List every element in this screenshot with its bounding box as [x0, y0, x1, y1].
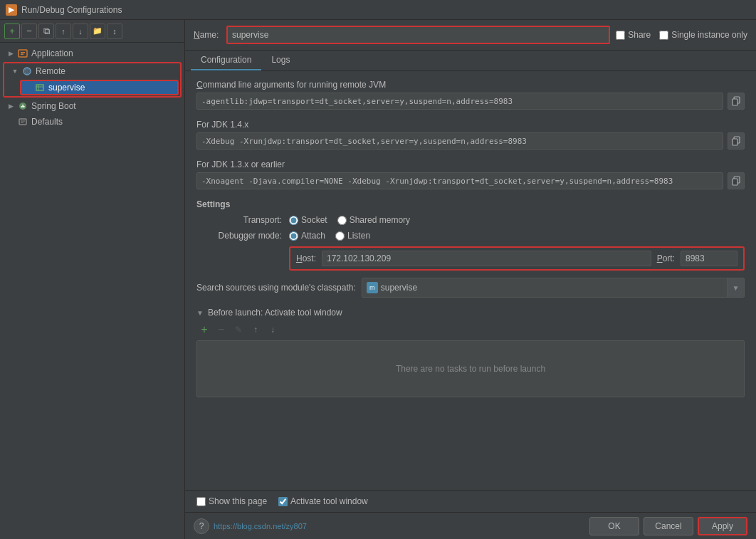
sidebar-item-remote[interactable]: ▼ Remote	[4, 63, 180, 79]
share-checkbox-label[interactable]: Share	[616, 30, 651, 40]
before-launch-add-button[interactable]: +	[196, 322, 212, 337]
classpath-row: Search sources using module's classpath:…	[196, 278, 745, 298]
tab-configuration[interactable]: Configuration	[191, 51, 261, 70]
activate-checkbox-label[interactable]: Activate tool window	[278, 496, 368, 506]
transport-sharedmem-label[interactable]: Shared memory	[337, 215, 410, 225]
name-input[interactable]	[226, 26, 610, 44]
jvm-args-label: Command line arguments for running remot…	[196, 80, 745, 90]
svg-rect-0	[19, 50, 27, 57]
svg-rect-19	[733, 179, 737, 185]
before-launch-edit-button[interactable]: ✎	[231, 322, 246, 337]
mode-attach-text: Attach	[301, 231, 325, 241]
single-instance-label[interactable]: Single instance only	[659, 30, 747, 40]
svg-marker-6	[36, 85, 43, 90]
no-tasks-message: There are no tasks to run before launch	[396, 364, 545, 374]
before-launch-up-button[interactable]: ↑	[248, 322, 263, 337]
ok-button[interactable]: OK	[589, 517, 639, 535]
dialog-title: Run/Debug Configurations	[21, 5, 122, 15]
mode-listen-text: Listen	[347, 231, 370, 241]
jdk13-label: For JDK 1.3.x or earlier	[196, 159, 745, 169]
mode-listen-radio[interactable]	[335, 231, 345, 241]
jvm-args-copy-button[interactable]	[728, 93, 745, 110]
move-up-button[interactable]: ↑	[56, 23, 71, 39]
show-page-checkbox-label[interactable]: Show this page	[196, 496, 267, 506]
help-link[interactable]: https://blog.csdn.net/zy807	[214, 522, 585, 530]
share-checkbox[interactable]	[616, 31, 625, 40]
port-input[interactable]	[681, 251, 737, 266]
svg-rect-15	[733, 99, 737, 105]
jdk13-row	[196, 172, 745, 189]
before-launch-area: There are no tasks to run before launch	[196, 340, 745, 397]
add-config-button[interactable]: +	[4, 23, 20, 39]
host-port-row: Host: Port:	[289, 246, 745, 271]
application-icon	[17, 48, 28, 59]
tab-logs[interactable]: Logs	[261, 51, 300, 70]
transport-label: Transport:	[196, 215, 289, 225]
name-field-label: Name:	[194, 30, 221, 40]
jvm-args-row	[196, 93, 745, 110]
svg-rect-11	[19, 119, 26, 125]
svg-rect-2	[21, 54, 23, 56]
classpath-wrapper: m supervise ▼	[362, 278, 745, 298]
name-row: Name: Share Single instance only	[185, 20, 756, 51]
transport-socket-label[interactable]: Socket	[289, 215, 327, 225]
transport-sharedmem-radio[interactable]	[337, 216, 347, 225]
classpath-dropdown-button[interactable]: ▼	[727, 278, 744, 297]
svg-rect-17	[733, 139, 737, 145]
jdk14-input[interactable]	[196, 132, 723, 150]
before-launch-header[interactable]: ▼ Before launch: Activate tool window	[196, 308, 745, 318]
expander-defaults	[6, 117, 16, 127]
main-container: + − ⧉ ↑ ↓ 📁 ↕ ▶ Application ▼	[0, 20, 756, 539]
app-icon: ▶	[6, 4, 17, 16]
transport-sharedmem-text: Shared memory	[350, 215, 410, 225]
expander-supervise	[27, 83, 33, 93]
module-icon: m	[367, 282, 378, 293]
cancel-button[interactable]: Cancel	[644, 517, 693, 535]
port-field-label: Port:	[657, 253, 675, 263]
transport-socket-radio[interactable]	[289, 216, 298, 225]
spring-boot-icon: ☘	[17, 100, 28, 112]
settings-header: Settings	[196, 199, 745, 209]
transport-socket-text: Socket	[301, 215, 327, 225]
single-instance-checkbox[interactable]	[659, 31, 668, 40]
remove-config-button[interactable]: −	[21, 23, 37, 39]
expander-application: ▶	[6, 48, 16, 58]
mode-attach-label[interactable]: Attach	[289, 231, 325, 241]
before-launch-down-button[interactable]: ↓	[265, 322, 280, 337]
activate-text: Activate tool window	[290, 496, 368, 506]
jvm-args-input[interactable]	[196, 93, 723, 110]
copy-config-button[interactable]: ⧉	[38, 23, 54, 39]
sidebar-item-spring-boot[interactable]: ▶ ☘ Spring Boot	[0, 98, 184, 114]
before-launch-remove-button[interactable]: −	[214, 322, 229, 337]
jdk13-copy-button[interactable]	[728, 172, 745, 189]
share-label: Share	[628, 30, 651, 40]
supervise-icon	[34, 82, 46, 93]
folder-button[interactable]: 📁	[90, 23, 105, 39]
mode-listen-label[interactable]: Listen	[335, 231, 370, 241]
jdk14-row	[196, 132, 745, 150]
sidebar: + − ⧉ ↑ ↓ 📁 ↕ ▶ Application ▼	[0, 20, 185, 539]
classpath-label: Search sources using module's classpath:	[196, 283, 356, 293]
expander-remote: ▼	[10, 66, 20, 76]
sidebar-item-application[interactable]: ▶ Application	[0, 46, 184, 61]
apply-button[interactable]: Apply	[698, 517, 747, 535]
host-input[interactable]	[322, 251, 651, 266]
config-content: Command line arguments for running remot…	[185, 71, 756, 490]
jdk14-copy-button[interactable]	[728, 132, 745, 150]
expander-spring-boot: ▶	[6, 101, 16, 111]
header-right: Share Single instance only	[616, 30, 747, 40]
move-down-button[interactable]: ↓	[73, 23, 88, 39]
jdk13-input[interactable]	[196, 172, 723, 189]
sidebar-item-defaults[interactable]: Defaults	[0, 114, 184, 130]
mode-attach-radio[interactable]	[289, 231, 298, 241]
help-button[interactable]: ?	[194, 518, 209, 534]
debugger-mode-options: Attach Listen	[289, 231, 745, 241]
show-page-checkbox[interactable]	[196, 497, 206, 506]
sidebar-item-supervise[interactable]: supervise	[20, 80, 179, 95]
before-launch-toolbar: + − ✎ ↑ ↓	[196, 322, 745, 337]
sort-button[interactable]: ↕	[107, 23, 122, 39]
activate-checkbox[interactable]	[278, 497, 288, 506]
single-instance-text: Single instance only	[671, 30, 747, 40]
classpath-text: m supervise	[362, 278, 727, 297]
defaults-label: Defaults	[31, 117, 63, 127]
